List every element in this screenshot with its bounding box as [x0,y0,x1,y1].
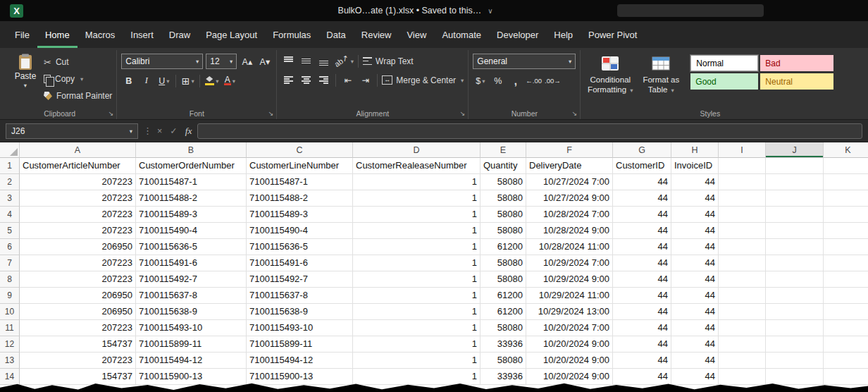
copy-dropdown-icon[interactable]: ▾ [80,75,83,82]
cell-D13[interactable]: 1 [353,353,480,369]
cell-A2[interactable]: 207223 [20,174,136,190]
top-align-button[interactable] [281,54,296,68]
cell-K6[interactable] [824,239,868,255]
cell-J3[interactable] [766,190,824,207]
cell-H2[interactable]: 44 [671,174,719,190]
row-header-7[interactable]: 7 [0,255,20,271]
align-right-button[interactable] [316,73,331,87]
cell-H8[interactable]: 44 [671,271,719,288]
cell-F1[interactable]: DeliveryDate [526,158,613,174]
cell-G2[interactable]: 44 [613,174,671,190]
column-header-I[interactable]: I [719,142,766,158]
cell-C6[interactable]: 7100115636-5 [247,239,353,255]
font-family-select[interactable]: Calibri ▾ [121,54,203,69]
tab-formulas[interactable]: Formulas [265,21,318,48]
decrease-indent-button[interactable]: ⇤ [340,73,355,87]
italic-button[interactable]: I [139,73,154,88]
cell-B10[interactable]: 7100115638-9 [136,304,247,320]
cell-B14[interactable]: 7100115900-13 [136,369,247,385]
cell-H10[interactable]: 44 [671,304,719,320]
row-header-12[interactable]: 12 [0,336,20,353]
font-size-select[interactable]: 12 ▾ [206,54,237,69]
cell-D14[interactable]: 1 [353,369,480,385]
cell-F5[interactable]: 10/28/2024 9:00 [526,223,613,239]
underline-button[interactable]: U ▾ [156,73,171,88]
tab-developer[interactable]: Developer [489,21,546,48]
increase-font-button[interactable]: A▴ [240,54,254,69]
row-header-6[interactable]: 6 [0,239,20,255]
cell-H7[interactable]: 44 [671,255,719,271]
tab-home[interactable]: Home [37,21,78,48]
cell-G12[interactable]: 44 [613,336,671,353]
bold-button[interactable]: B [121,73,136,88]
cell-G8[interactable]: 44 [613,271,671,288]
decrease-font-button[interactable]: A▾ [257,54,272,69]
cell-J12[interactable] [766,336,824,353]
cell-A7[interactable]: 207223 [20,255,136,271]
column-header-B[interactable]: B [136,142,247,158]
cell-D11[interactable]: 1 [353,320,480,336]
tab-insert[interactable]: Insert [123,21,161,48]
cell-G10[interactable]: 44 [613,304,671,320]
cell-G14[interactable]: 44 [613,369,671,385]
cell-D8[interactable]: 1 [353,271,480,288]
column-header-D[interactable]: D [353,142,480,158]
borders-button[interactable]: ⊞ ▾ [180,73,195,88]
row-header-5[interactable]: 5 [0,223,20,239]
cell-H6[interactable]: 44 [671,239,719,255]
cell-H11[interactable]: 44 [671,320,719,336]
cell-F6[interactable]: 10/28/2024 11:00 [526,239,613,255]
cell-I14[interactable] [719,369,766,385]
cell-A11[interactable]: 207223 [20,320,136,336]
cell-A6[interactable]: 206950 [20,239,136,255]
cell-J14[interactable] [766,369,824,385]
merge-center-button[interactable]: ↔ Merge & Center ▾ [382,73,464,87]
cell-E3[interactable]: 58080 [480,190,526,207]
cell-J7[interactable] [766,255,824,271]
cell-E7[interactable]: 58080 [480,255,526,271]
cell-A8[interactable]: 207223 [20,271,136,288]
cell-D6[interactable]: 1 [353,239,480,255]
cell-J8[interactable] [766,271,824,288]
tab-draw[interactable]: Draw [161,21,198,48]
cell-I1[interactable] [719,158,766,174]
decrease-decimal-button[interactable]: .00→ [545,73,561,88]
formula-input[interactable] [197,123,862,139]
cell-I3[interactable] [719,190,766,207]
cell-E13[interactable]: 58080 [480,353,526,369]
cell-B7[interactable]: 7100115491-6 [136,255,247,271]
cell-E10[interactable]: 61200 [480,304,526,320]
cell-I13[interactable] [719,353,766,369]
number-dialog-launcher[interactable]: ↘ [572,110,578,117]
cell-G9[interactable]: 44 [613,288,671,304]
column-header-K[interactable]: K [824,142,868,158]
orientation-button[interactable]: ab↗ ▾ [334,54,354,68]
cell-K12[interactable] [824,336,868,353]
cell-E2[interactable]: 58080 [480,174,526,190]
cell-K13[interactable] [824,353,868,369]
cell-D3[interactable]: 1 [353,190,480,207]
style-good[interactable]: Good [690,73,758,90]
cell-H13[interactable]: 44 [671,353,719,369]
cell-K11[interactable] [824,320,868,336]
tab-review[interactable]: Review [354,21,399,48]
row-header-3[interactable]: 3 [0,190,20,207]
cell-A9[interactable]: 206950 [20,288,136,304]
comma-style-button[interactable]: , [508,73,523,88]
column-header-A[interactable]: A [20,142,136,158]
cell-F9[interactable]: 10/29/2024 11:00 [526,288,613,304]
column-header-F[interactable]: F [526,142,613,158]
wrap-text-button[interactable]: Wrap Text [363,54,414,68]
cell-K10[interactable] [824,304,868,320]
cell-B11[interactable]: 7100115493-10 [136,320,247,336]
style-normal[interactable]: Normal [690,55,758,71]
cell-I6[interactable] [719,239,766,255]
style-neutral[interactable]: Neutral [760,73,833,90]
column-header-J[interactable]: J [766,142,824,158]
cell-J10[interactable] [766,304,824,320]
cell-C9[interactable]: 7100115637-8 [247,288,353,304]
insert-function-button[interactable]: fx [185,125,192,137]
cell-D2[interactable]: 1 [353,174,480,190]
tab-data[interactable]: Data [318,21,353,48]
cell-E1[interactable]: Quantity [480,158,526,174]
